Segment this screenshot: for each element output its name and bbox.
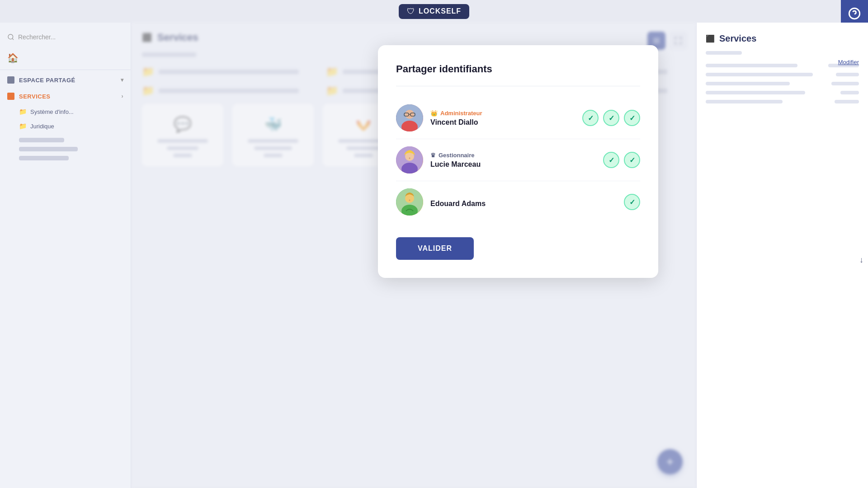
rp-row-3	[706, 82, 859, 85]
app-card-2: 🐳	[232, 104, 314, 166]
home-nav-item[interactable]: 🏠	[0, 48, 131, 68]
chevron-right-icon: ›	[122, 93, 124, 99]
user-info-vincent: 👑 Administrateur Vincent Diallo	[430, 110, 575, 127]
user-name-edouard: Edouard Adams	[430, 200, 617, 208]
sidebar-item-juridique[interactable]: 📁 Juridique	[0, 119, 131, 133]
folder-cell-4: 📁	[142, 85, 317, 97]
app-placeholder-9	[354, 154, 373, 157]
app-icon-docker: 🐳	[262, 113, 284, 136]
expand-button[interactable]	[669, 32, 687, 50]
app-placeholder-3	[173, 154, 192, 157]
right-panel-rows	[706, 64, 859, 103]
app-icon-gitlab	[352, 113, 375, 136]
logo: 🛡 LOCKSELF	[399, 4, 469, 19]
logo-shield-icon: 🛡	[407, 7, 415, 16]
page-title: Services	[157, 32, 198, 43]
svg-point-2	[8, 34, 13, 39]
folder-icon-4: 📁	[326, 66, 338, 78]
crown-icon-vincent: 👑	[430, 110, 438, 117]
app-placeholder-6	[264, 154, 283, 157]
rp-row-1	[706, 64, 859, 67]
rp-bar-9	[706, 100, 783, 103]
sidebar-item-services[interactable]: SERVICES ›	[0, 88, 131, 104]
folder-icon-3: 📁	[142, 66, 154, 78]
app-placeholder-4	[248, 139, 298, 143]
right-panel: ⬛ Services Modifier	[696, 23, 868, 488]
check-2-vincent[interactable]: ✓	[603, 110, 619, 126]
rp-bar-8	[840, 91, 859, 94]
app-placeholder-2	[167, 146, 198, 150]
user-row-edouard: Edouard Adams ✓	[396, 181, 640, 223]
folder-icon-7: 📁	[326, 85, 338, 97]
sidebar-item-espace-partage[interactable]: ESPACE PARTAGÉ ▾	[0, 72, 131, 88]
modal-footer: VALIDER	[396, 237, 640, 260]
folder-cell-1: 📁	[142, 66, 317, 78]
folder-icon: 📁	[19, 108, 27, 115]
check-badges-vincent: ✓ ✓ ✓	[582, 110, 640, 126]
user-info-lucie: ♛ Gestionnaire Lucie Marceau	[430, 152, 596, 169]
app-icon-sms: 💬	[171, 113, 194, 136]
rp-row-2	[706, 73, 859, 76]
check-badges-edouard: ✓	[624, 194, 640, 210]
user-row-lucie: ♛ Gestionnaire Lucie Marceau ✓ ✓	[396, 139, 640, 181]
rp-bar-6	[831, 82, 859, 85]
rp-bar-1	[706, 64, 797, 67]
rp-row-4	[706, 91, 859, 94]
right-panel-header: ⬛ Services	[706, 33, 859, 44]
sidebar: Rechercher... 🏠 ESPACE PARTAGÉ ▾ SERVICE…	[0, 23, 131, 488]
check-3-vincent[interactable]: ✓	[624, 110, 640, 126]
svg-point-16	[409, 158, 410, 159]
user-role-lucie: ♛ Gestionnaire	[430, 152, 596, 159]
search-bar[interactable]: Rechercher...	[0, 30, 131, 48]
user-role-vincent: 👑 Administrateur	[430, 110, 575, 117]
user-row-vincent: 👑 Administrateur Vincent Diallo ✓ ✓ ✓	[396, 97, 640, 139]
rp-bar-7	[706, 91, 805, 94]
rp-bar-3	[706, 73, 813, 76]
share-modal: Partager identifiants 👑 Administrateur V…	[378, 45, 658, 278]
user-name-vincent: Vincent Diallo	[430, 118, 575, 127]
modal-divider	[396, 86, 640, 86]
cell-placeholder-1	[159, 70, 299, 74]
avatar-edouard	[396, 188, 423, 216]
user-name-lucie: Lucie Marceau	[430, 160, 596, 169]
check-1-edouard[interactable]: ✓	[624, 194, 640, 210]
content-header: ⬛ Services	[142, 32, 685, 43]
app-placeholder-8	[346, 146, 381, 150]
content-bar-1	[142, 52, 196, 57]
app-placeholder-5	[254, 146, 292, 150]
check-1-lucie[interactable]: ✓	[603, 152, 619, 168]
avatar-vincent	[396, 104, 423, 131]
sidebar-services-label: SERVICES	[19, 93, 51, 100]
sidebar-placeholder-1	[19, 138, 64, 142]
add-button[interactable]: +	[657, 449, 683, 474]
modifier-link[interactable]: Modifier	[838, 59, 859, 66]
plus-icon: +	[666, 455, 674, 469]
sidebar-section-label: ESPACE PARTAGÉ	[19, 77, 75, 84]
rp-row-5	[706, 100, 859, 103]
svg-point-20	[409, 200, 410, 201]
check-badges-lucie: ✓ ✓	[603, 152, 640, 168]
sidebar-placeholder-2	[19, 147, 78, 151]
services-orange-icon: ⬛	[142, 33, 152, 42]
chevron-down-icon: ▾	[121, 77, 124, 83]
scroll-down-icon: ↓	[859, 255, 863, 265]
folder-icon-6: 📁	[142, 85, 154, 97]
crown-icon-lucie: ♛	[430, 152, 436, 159]
rp-bar-4	[836, 73, 859, 76]
logo-text: LOCKSELF	[419, 7, 461, 15]
sidebar-item-systeme[interactable]: 📁 Système d'info...	[0, 104, 131, 119]
app-placeholder-1	[157, 139, 208, 143]
search-placeholder: Rechercher...	[18, 33, 56, 41]
check-1-vincent[interactable]: ✓	[582, 110, 599, 126]
sidebar-placeholder-3	[19, 156, 69, 160]
rp-bar-5	[706, 82, 790, 85]
espace-partage-icon	[7, 76, 14, 84]
folder-icon-2: 📁	[19, 122, 27, 130]
systeme-label: Système d'info...	[30, 108, 74, 115]
svg-point-12	[409, 116, 410, 117]
app-card-1: 💬	[142, 104, 223, 166]
check-2-lucie[interactable]: ✓	[624, 152, 640, 168]
valider-button[interactable]: VALIDER	[396, 237, 474, 260]
user-info-edouard: Edouard Adams	[430, 196, 617, 208]
avatar-lucie	[396, 146, 423, 174]
